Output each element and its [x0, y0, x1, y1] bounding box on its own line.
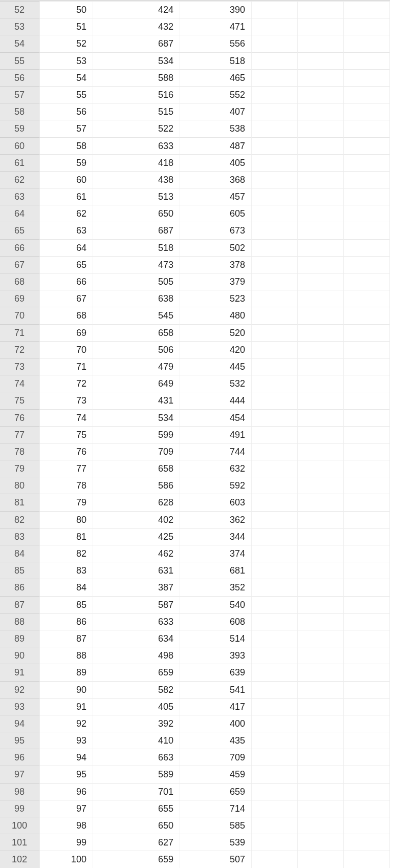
row-header[interactable]: 90	[0, 647, 39, 664]
cell-b[interactable]: 589	[93, 766, 180, 782]
row-header[interactable]: 98	[0, 783, 39, 800]
cell-empty[interactable]	[344, 290, 390, 307]
cell-empty[interactable]	[298, 256, 344, 273]
row-header[interactable]: 60	[0, 137, 39, 154]
cell-empty[interactable]	[298, 664, 344, 681]
row-header[interactable]: 84	[0, 545, 39, 562]
cell-a[interactable]: 73	[39, 392, 93, 409]
cell-empty[interactable]	[344, 783, 390, 800]
cell-c[interactable]: 673	[180, 222, 252, 239]
row-header[interactable]: 58	[0, 103, 39, 120]
cell-b[interactable]: 659	[93, 664, 180, 681]
cell-c[interactable]: 632	[180, 460, 252, 477]
cell-empty[interactable]	[344, 324, 390, 341]
cell-empty[interactable]	[298, 630, 344, 647]
cell-empty[interactable]	[298, 103, 344, 120]
cell-a[interactable]: 84	[39, 579, 93, 596]
cell-a[interactable]: 62	[39, 205, 93, 222]
spreadsheet-grid[interactable]: 5250424390535143247154526875565553534518…	[0, 0, 395, 868]
cell-empty[interactable]	[298, 783, 344, 800]
row-header[interactable]: 77	[0, 426, 39, 443]
cell-empty[interactable]	[298, 545, 344, 562]
cell-empty[interactable]	[344, 647, 390, 664]
cell-a[interactable]: 77	[39, 460, 93, 477]
cell-a[interactable]: 89	[39, 664, 93, 681]
cell-empty[interactable]	[252, 18, 298, 35]
cell-b[interactable]: 627	[93, 834, 180, 851]
cell-empty[interactable]	[298, 715, 344, 732]
cell-empty[interactable]	[344, 239, 390, 256]
cell-empty[interactable]	[344, 256, 390, 273]
cell-b[interactable]: 518	[93, 239, 180, 256]
cell-empty[interactable]	[252, 460, 298, 477]
cell-empty[interactable]	[252, 766, 298, 782]
cell-b[interactable]: 515	[93, 103, 180, 120]
cell-b[interactable]: 687	[93, 222, 180, 239]
cell-empty[interactable]	[298, 732, 344, 749]
row-header[interactable]: 73	[0, 358, 39, 375]
cell-empty[interactable]	[298, 409, 344, 426]
cell-empty[interactable]	[344, 69, 390, 86]
cell-empty[interactable]	[252, 375, 298, 392]
cell-empty[interactable]	[344, 137, 390, 154]
cell-empty[interactable]	[344, 817, 390, 834]
cell-empty[interactable]	[252, 562, 298, 579]
cell-empty[interactable]	[252, 103, 298, 120]
cell-b[interactable]: 534	[93, 52, 180, 69]
cell-empty[interactable]	[252, 579, 298, 596]
cell-empty[interactable]	[344, 494, 390, 511]
row-header[interactable]: 96	[0, 749, 39, 766]
cell-empty[interactable]	[344, 273, 390, 290]
cell-empty[interactable]	[344, 579, 390, 596]
cell-c[interactable]: 368	[180, 171, 252, 188]
cell-empty[interactable]	[298, 222, 344, 239]
cell-empty[interactable]	[298, 834, 344, 851]
cell-empty[interactable]	[344, 18, 390, 35]
cell-empty[interactable]	[344, 613, 390, 630]
cell-empty[interactable]	[252, 664, 298, 681]
cell-empty[interactable]	[252, 1, 298, 18]
cell-empty[interactable]	[298, 307, 344, 324]
cell-b[interactable]: 545	[93, 307, 180, 324]
cell-a[interactable]: 83	[39, 562, 93, 579]
cell-empty[interactable]	[344, 1, 390, 18]
cell-empty[interactable]	[298, 749, 344, 766]
row-header[interactable]: 59	[0, 120, 39, 137]
row-header[interactable]: 69	[0, 290, 39, 307]
row-header[interactable]: 83	[0, 528, 39, 545]
cell-a[interactable]: 98	[39, 817, 93, 834]
cell-a[interactable]: 50	[39, 1, 93, 18]
cell-empty[interactable]	[252, 273, 298, 290]
cell-b[interactable]: 659	[93, 851, 180, 867]
row-header[interactable]: 93	[0, 698, 39, 715]
cell-c[interactable]: 541	[180, 681, 252, 698]
cell-c[interactable]: 393	[180, 647, 252, 664]
cell-a[interactable]: 78	[39, 477, 93, 494]
cell-c[interactable]: 523	[180, 290, 252, 307]
cell-empty[interactable]	[298, 35, 344, 52]
cell-a[interactable]: 54	[39, 69, 93, 86]
cell-empty[interactable]	[344, 341, 390, 358]
cell-empty[interactable]	[298, 698, 344, 715]
cell-empty[interactable]	[298, 137, 344, 154]
cell-c[interactable]: 659	[180, 783, 252, 800]
cell-a[interactable]: 75	[39, 426, 93, 443]
row-header[interactable]: 64	[0, 205, 39, 222]
cell-a[interactable]: 86	[39, 613, 93, 630]
cell-empty[interactable]	[344, 188, 390, 205]
cell-empty[interactable]	[252, 817, 298, 834]
row-header[interactable]: 54	[0, 35, 39, 52]
cell-empty[interactable]	[298, 290, 344, 307]
cell-empty[interactable]	[252, 188, 298, 205]
cell-c[interactable]: 435	[180, 732, 252, 749]
cell-c[interactable]: 374	[180, 545, 252, 562]
cell-c[interactable]: 709	[180, 749, 252, 766]
cell-a[interactable]: 85	[39, 596, 93, 613]
cell-empty[interactable]	[252, 137, 298, 154]
cell-empty[interactable]	[344, 477, 390, 494]
cell-empty[interactable]	[252, 528, 298, 545]
cell-empty[interactable]	[344, 851, 390, 867]
cell-c[interactable]: 532	[180, 375, 252, 392]
row-header[interactable]: 99	[0, 800, 39, 817]
cell-b[interactable]: 633	[93, 137, 180, 154]
